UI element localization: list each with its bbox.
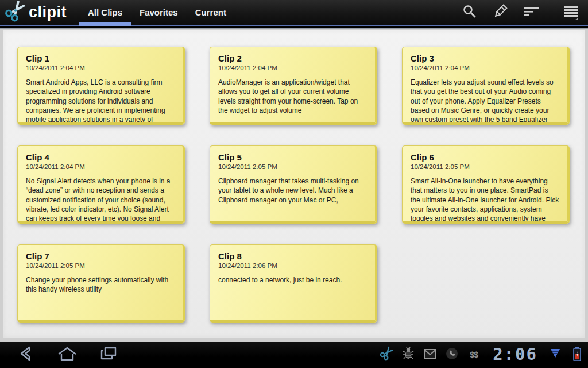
clip-title: Clip 8 bbox=[218, 251, 367, 261]
back-icon bbox=[16, 345, 36, 365]
back-button[interactable] bbox=[14, 345, 37, 365]
clip-timestamp: 10/24/2011 2:06 PM bbox=[218, 262, 367, 269]
clip-timestamp: 10/24/2011 2:04 PM bbox=[26, 163, 175, 170]
scissors-logo-icon bbox=[5, 1, 25, 25]
action-bar-divider bbox=[551, 4, 551, 21]
recents-icon bbox=[98, 345, 119, 365]
clip-timestamp: 10/24/2011 2:04 PM bbox=[411, 64, 559, 71]
clip-note[interactable]: Clip 4 10/24/2011 2:04 PM No Signal Aler… bbox=[17, 145, 185, 224]
home-icon bbox=[56, 345, 78, 365]
battery-icon bbox=[572, 346, 582, 363]
cash-icon: $$ bbox=[470, 350, 478, 359]
app-logo: clipit bbox=[5, 0, 67, 25]
overflow-menu-icon bbox=[562, 3, 579, 22]
system-bar: $$ 2:06 bbox=[0, 342, 588, 368]
clip-title: Clip 2 bbox=[218, 53, 367, 63]
tab-bar: All Clips Favorites Current bbox=[79, 0, 235, 25]
clip-note[interactable]: Clip 5 10/24/2011 2:05 PM Clipboard mana… bbox=[210, 145, 377, 224]
sort-icon bbox=[523, 3, 540, 22]
status-area: $$ 2:06 bbox=[379, 342, 585, 368]
clip-title: Clip 6 bbox=[411, 152, 559, 162]
gmail-icon bbox=[423, 347, 437, 363]
cash-notification[interactable]: $$ bbox=[466, 347, 481, 362]
app-title: clipit bbox=[29, 3, 67, 21]
clip-timestamp: 10/24/2011 2:04 PM bbox=[26, 64, 175, 71]
clip-note[interactable]: Clip 2 10/24/2011 2:04 PM AudioManager i… bbox=[210, 47, 377, 125]
clip-note[interactable]: Clip 3 10/24/2011 2:04 PM Equalizer lets… bbox=[402, 47, 570, 125]
bug-notification[interactable] bbox=[401, 347, 416, 362]
clip-note[interactable]: Clip 8 10/24/2011 2:06 PM connected to a… bbox=[210, 244, 377, 323]
clip-timestamp: 10/24/2011 2:05 PM bbox=[411, 163, 559, 170]
search-button[interactable] bbox=[458, 2, 481, 23]
clip-timestamp: 10/24/2011 2:05 PM bbox=[218, 163, 367, 170]
clip-body: Smart Android Apps, LLC is a consulting … bbox=[26, 78, 175, 125]
tab-current[interactable]: Current bbox=[187, 0, 235, 25]
clip-note[interactable]: Clip 7 10/24/2011 2:05 PM Change your ph… bbox=[17, 244, 185, 323]
clip-grid: Clip 1 10/24/2011 2:04 PM Smart Android … bbox=[17, 47, 570, 323]
nav-buttons bbox=[14, 342, 120, 368]
recents-button[interactable] bbox=[97, 345, 120, 365]
phone-icon bbox=[445, 347, 459, 363]
sort-button[interactable] bbox=[520, 2, 543, 23]
clip-body: connected to a network, just be in reach… bbox=[218, 275, 367, 285]
clip-note[interactable]: Clip 6 10/24/2011 2:05 PM Smart All-in-O… bbox=[402, 145, 570, 224]
edit-pencil-icon bbox=[492, 3, 509, 22]
search-icon bbox=[461, 3, 478, 22]
battery-status bbox=[570, 347, 585, 362]
scissors-icon bbox=[379, 346, 394, 363]
clip-timestamp: 10/24/2011 2:05 PM bbox=[26, 262, 175, 269]
clipit-notification[interactable] bbox=[379, 347, 394, 362]
wifi-icon bbox=[549, 347, 562, 362]
clip-title: Clip 3 bbox=[411, 53, 559, 63]
clip-title: Clip 4 bbox=[26, 152, 175, 162]
clip-title: Clip 1 bbox=[26, 53, 175, 63]
clip-body: No Signal Alert detects when your phone … bbox=[26, 177, 175, 224]
phone-notification[interactable] bbox=[444, 347, 459, 362]
clip-timestamp: 10/24/2011 2:04 PM bbox=[218, 64, 367, 71]
clip-title: Clip 5 bbox=[218, 152, 367, 162]
action-buttons bbox=[458, 0, 582, 25]
wifi-status bbox=[548, 347, 563, 362]
tab-all-clips[interactable]: All Clips bbox=[79, 0, 131, 25]
tab-favorites[interactable]: Favorites bbox=[131, 0, 187, 25]
new-clip-button[interactable] bbox=[489, 2, 512, 23]
clip-body: Smart All-in-One launcher to have everyt… bbox=[411, 177, 559, 224]
clip-body: Equalizer lets you adjust sound effect l… bbox=[411, 78, 559, 125]
content-area: Clip 1 10/24/2011 2:04 PM Smart Android … bbox=[0, 28, 588, 342]
clip-body: Clipboard manager that takes multi-taski… bbox=[218, 177, 367, 205]
home-button[interactable] bbox=[56, 345, 79, 365]
bug-icon bbox=[401, 347, 415, 363]
clip-body: Change your phone settings automatically… bbox=[26, 275, 175, 294]
overflow-menu-button[interactable] bbox=[559, 2, 582, 23]
clip-body: AudioManager is an application/widget th… bbox=[218, 78, 367, 115]
clip-title: Clip 7 bbox=[26, 251, 175, 261]
clips-panel: Clip 1 10/24/2011 2:04 PM Smart Android … bbox=[3, 30, 585, 338]
action-bar: clipit All Clips Favorites Current bbox=[0, 0, 588, 26]
clock[interactable]: 2:06 bbox=[493, 344, 537, 364]
gmail-notification[interactable] bbox=[423, 347, 438, 362]
clip-note[interactable]: Clip 1 10/24/2011 2:04 PM Smart Android … bbox=[17, 47, 185, 125]
